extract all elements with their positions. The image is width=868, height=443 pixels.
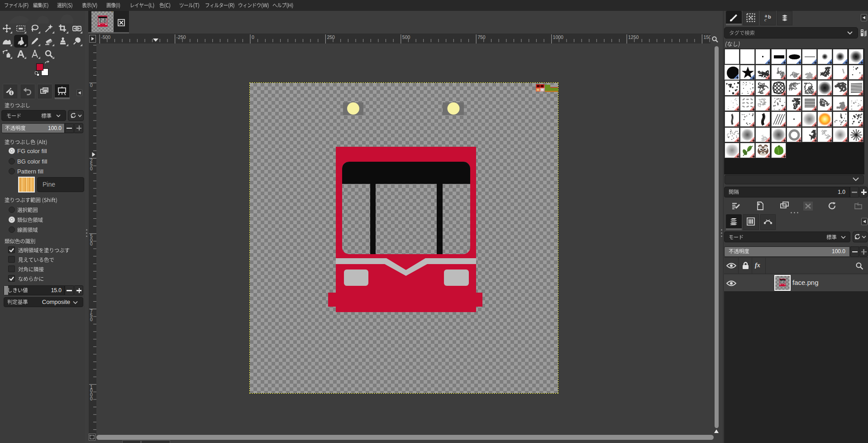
svg-text:-500: -500 [101,34,110,40]
svg-text:500: 500 [402,34,410,40]
svg-text:0: 0 [252,34,254,40]
svg-text:750: 750 [477,34,486,40]
svg-text:-250: -250 [176,34,186,40]
svg-text:0: 0 [90,396,93,401]
svg-text:1000: 1000 [553,34,564,40]
svg-text:1250: 1250 [628,34,639,40]
svg-text:0: 0 [90,317,93,322]
svg-text:250: 250 [327,34,335,40]
svg-text:b: b [768,14,771,19]
svg-text:0: 0 [90,241,93,246]
svg-text:0: 0 [90,83,93,88]
svg-text:0: 0 [90,166,93,171]
svg-text:c: c [764,17,767,22]
